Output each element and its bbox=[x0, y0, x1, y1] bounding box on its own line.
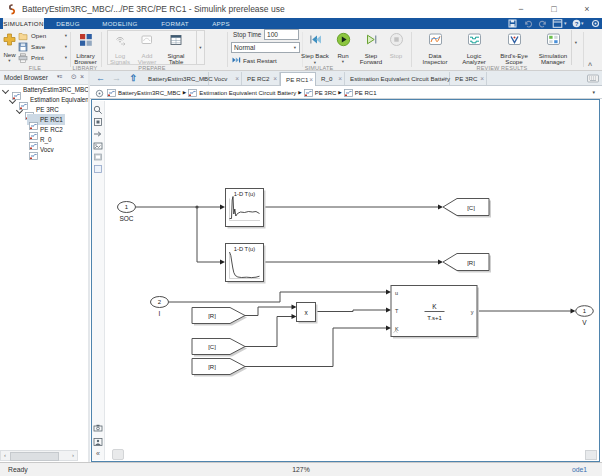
add-viewer-button[interactable]: Add Viewer bbox=[133, 31, 161, 66]
nav-up-icon[interactable]: ⇧ bbox=[127, 72, 140, 84]
breadcrumb-item[interactable]: Estimation Equivalent Circuit Battery bbox=[199, 90, 296, 96]
horizontal-scrollbar[interactable]: ‹ › bbox=[0, 450, 78, 461]
scroll-left-icon[interactable]: ‹ bbox=[1, 451, 9, 460]
step-forward-button[interactable]: Step Forward bbox=[356, 31, 386, 66]
breadcrumb-item[interactable]: PE 3RC bbox=[315, 90, 337, 96]
print-button[interactable]: Print▾ bbox=[18, 53, 70, 63]
tab-debug[interactable]: DEBUG bbox=[48, 18, 88, 29]
redo-icon[interactable] bbox=[537, 19, 548, 28]
tree-item-selected[interactable]: PE RC1 bbox=[0, 115, 88, 125]
keyboard-icon[interactable] bbox=[587, 74, 599, 83]
run-icon bbox=[336, 32, 351, 47]
model-browser-title: Model Browser bbox=[4, 74, 48, 81]
open-button[interactable]: Open▾ bbox=[18, 31, 70, 41]
fast-restart-icon[interactable] bbox=[232, 56, 241, 64]
tab-format[interactable]: FORMAT bbox=[152, 18, 198, 29]
toolstrip: New ▾ Open▾ Save▾ Print▾ FILE Library Br… bbox=[0, 29, 602, 71]
stop-button[interactable]: Stop bbox=[383, 31, 409, 59]
birds-eye-scope-button[interactable]: Bird's-Eye Scope bbox=[495, 31, 533, 66]
model-browser-header: Model Browser ▾≡ ⊙ × bbox=[0, 71, 88, 85]
doc-tab-active[interactable]: PE RC1× bbox=[280, 72, 316, 86]
fast-restart-label[interactable]: Fast Restart bbox=[243, 57, 277, 64]
tree-item[interactable]: Vocv bbox=[0, 145, 88, 155]
save-button[interactable]: Save▾ bbox=[18, 42, 70, 52]
logic-analyzer-button[interactable]: Logic Analyzer bbox=[455, 31, 493, 66]
breadcrumb: BatteryEstim3RC_MBC ▶ Estimation Equival… bbox=[107, 89, 377, 97]
scrollbar-thumb[interactable] bbox=[10, 452, 59, 461]
step-forward-icon bbox=[364, 32, 379, 47]
viewmarks-icon[interactable] bbox=[93, 164, 103, 174]
chevron-right-icon: ▶ bbox=[298, 90, 301, 95]
undo-icon[interactable] bbox=[523, 19, 534, 28]
chevron-down-icon[interactable]: ▾ bbox=[564, 20, 567, 26]
toolstrip-tabs: SIMULATION DEBUG MODELING FORMAT APPS ▾ … bbox=[0, 18, 602, 29]
chevron-down-icon: ▾ bbox=[65, 53, 67, 63]
close-icon[interactable]: × bbox=[480, 75, 484, 82]
titlebar: BatteryEstim3RC_MBC/.../PE 3RC/PE RC1 - … bbox=[0, 0, 602, 18]
tree-item[interactable]: PE RC2 bbox=[0, 125, 88, 135]
breadcrumb-dropdown-icon[interactable]: ▾ bbox=[592, 89, 595, 95]
collapse-palette-icon[interactable]: « bbox=[93, 450, 103, 457]
status-solver[interactable]: ode1 bbox=[572, 466, 587, 473]
subsystem-badge-icon[interactable] bbox=[93, 437, 103, 447]
camera-icon[interactable] bbox=[93, 423, 103, 433]
canvas-corner-button[interactable] bbox=[112, 449, 124, 460]
pan-icon[interactable] bbox=[93, 129, 103, 139]
library-browser-button[interactable]: Library Browser bbox=[69, 31, 103, 66]
subsystem-icon bbox=[29, 152, 38, 160]
close-icon[interactable]: × bbox=[235, 75, 239, 82]
collapse-toolstrip-icon[interactable]: ^ bbox=[588, 62, 592, 69]
mode-select[interactable]: Normal▾ bbox=[231, 42, 300, 53]
pin-icon[interactable]: ⊙ bbox=[71, 73, 77, 81]
doc-tab[interactable]: Estimation Equivalent Circuit Battery× bbox=[345, 72, 450, 85]
zoom-icon[interactable] bbox=[93, 105, 103, 115]
menu-icon[interactable]: ▾≡ bbox=[57, 73, 62, 79]
doc-tab[interactable]: R_0× bbox=[316, 72, 345, 85]
tree-item[interactable]: BatteryEstim3RC_MBC bbox=[0, 85, 88, 95]
prepare-gallery-dropdown[interactable]: ▾ bbox=[197, 30, 205, 65]
maximize-button[interactable]: □ bbox=[546, 1, 562, 17]
simulation-manager-button[interactable]: Simulation Manager bbox=[534, 31, 572, 66]
quick-save-icon[interactable] bbox=[507, 19, 518, 28]
tab-simulation[interactable]: SIMULATION bbox=[3, 18, 44, 29]
explorer-bar-icon[interactable] bbox=[95, 89, 104, 98]
step-back-button[interactable]: Step Back ▾ bbox=[300, 31, 330, 67]
tree-item[interactable]: R_0 bbox=[0, 135, 88, 145]
nav-back-icon[interactable]: ← bbox=[94, 72, 107, 84]
close-icon[interactable]: × bbox=[338, 75, 342, 82]
scroll-right-icon[interactable]: › bbox=[69, 451, 77, 460]
sample-time-icon[interactable] bbox=[93, 152, 103, 162]
fit-to-view-icon[interactable] bbox=[93, 117, 103, 127]
run-button[interactable]: Run ▾ bbox=[329, 31, 357, 64]
minimize-button[interactable]: − bbox=[513, 1, 529, 17]
doc-tab[interactable]: PE RC2× bbox=[242, 72, 280, 85]
breadcrumb-item[interactable]: PE RC1 bbox=[355, 90, 377, 96]
doc-tab[interactable]: BatteryEstim3RC_MBC× bbox=[143, 72, 209, 85]
new-button[interactable]: New ▾ bbox=[1, 31, 18, 63]
close-icon[interactable]: × bbox=[273, 75, 277, 82]
log-signals-button[interactable]: Log Signals bbox=[106, 31, 134, 66]
doc-tab[interactable]: Vocv× bbox=[209, 72, 242, 85]
close-panel-icon[interactable]: × bbox=[80, 73, 84, 80]
data-inspector-icon bbox=[428, 32, 443, 47]
canvas[interactable]: 1 SOC 1-D T(u) 1-D bbox=[90, 99, 602, 462]
close-icon[interactable]: × bbox=[202, 75, 206, 82]
annotation-image-icon[interactable] bbox=[93, 141, 103, 151]
close-icon[interactable]: × bbox=[309, 76, 313, 83]
close-icon[interactable]: × bbox=[443, 75, 447, 82]
model-browser-panel: Model Browser ▾≡ ⊙ × BatteryEstim3RC_MBC… bbox=[0, 71, 88, 462]
data-inspector-button[interactable]: Data Inspector bbox=[416, 31, 454, 66]
property-inspector-icon[interactable] bbox=[552, 19, 563, 28]
settings-icon[interactable] bbox=[590, 19, 601, 28]
breadcrumb-item[interactable]: BatteryEstim3RC_MBC bbox=[118, 90, 181, 96]
review-results-dropdown[interactable]: ▾ bbox=[571, 30, 580, 65]
tab-apps[interactable]: APPS bbox=[202, 18, 240, 29]
tree-item[interactable]: Estimation Equivalent Ci bbox=[0, 95, 88, 105]
close-button[interactable]: × bbox=[579, 1, 595, 17]
signal-table-button[interactable]: Signal Table bbox=[161, 31, 191, 66]
doc-tab[interactable]: PE 3RC× bbox=[450, 72, 487, 85]
nav-forward-icon[interactable]: → bbox=[110, 72, 123, 84]
tab-modeling[interactable]: MODELING bbox=[92, 18, 148, 29]
chevron-down-icon[interactable]: ▾ bbox=[581, 20, 584, 26]
stop-time-input[interactable]: 100 bbox=[264, 29, 299, 40]
